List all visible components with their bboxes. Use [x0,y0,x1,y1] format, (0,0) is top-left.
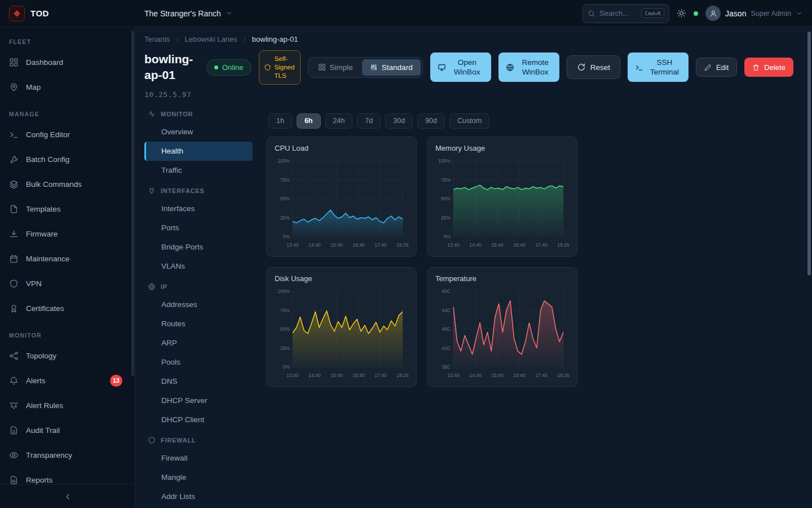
open-winbox-button[interactable]: Open WinBox [430,52,491,82]
chart-title: Memory Usage [435,144,569,152]
device-nav-dns[interactable]: DNS [144,372,253,391]
sidebar-scrollbar[interactable] [131,30,134,376]
theme-toggle-button[interactable] [677,8,686,18]
device-nav-arp[interactable]: ARP [144,334,253,353]
edit-button[interactable]: Edit [696,58,737,77]
delete-button[interactable]: Delete [744,58,793,77]
sidebar-item-bulk-commands[interactable]: Bulk Commands [0,172,135,196]
tenant-selector[interactable]: The Stranger's Ranch [144,9,233,18]
device-nav-health[interactable]: Health [144,142,253,161]
device-nav-addresses[interactable]: Addresses [144,295,253,314]
reset-button[interactable]: Reset [567,55,620,79]
view-mode-simple[interactable]: Simple [310,59,361,76]
view-mode-standard[interactable]: Standard [362,59,421,76]
device-nav-vlans[interactable]: VLANs [144,257,253,276]
time-range-30d[interactable]: 30d [385,113,413,129]
breadcrumb-device-name: bowling-ap-01 [252,35,298,43]
remote-winbox-button[interactable]: Remote WinBox [498,52,559,82]
device-nav-overview[interactable]: Overview [144,122,253,142]
sidebar-section-fleet: FLEET [0,27,135,50]
device-name-wrap: bowling-ap-01 [144,51,199,84]
svg-text:19:25: 19:25 [557,242,570,248]
sidebar-item-templates[interactable]: Templates [0,196,135,221]
search-box[interactable]: Cmd+K [582,4,669,23]
sidebar-item-batch-config[interactable]: Batch Config [0,147,135,172]
document-icon [9,426,19,435]
device-nav-routes[interactable]: Routes [144,314,253,334]
sidebar-item-firmware[interactable]: Firmware [0,221,135,246]
device-nav-bridge-ports[interactable]: Bridge Ports [144,238,253,257]
svg-text:60C: 60C [442,288,451,294]
svg-text:15:40: 15:40 [330,242,343,248]
svg-text:25%: 25% [441,214,451,220]
device-nav-ports[interactable]: Ports [144,218,253,238]
device-nav-traffic[interactable]: Traffic [144,161,253,180]
chevron-down-icon [796,10,803,17]
sidebar-item-maintenance[interactable]: Maintenance [0,246,135,271]
device-nav-interfaces[interactable]: Interfaces [144,199,253,218]
chevron-right-icon [174,36,181,43]
button-label: Open WinBox [451,58,483,77]
button-label: Reset [590,63,610,72]
sidebar-item-config-editor[interactable]: Config Editor [0,122,135,147]
chart-title: Disk Usage [275,274,408,283]
chevron-right-icon [241,36,248,43]
ssh-terminal-button[interactable]: SSH Terminal [628,52,689,82]
view-mode-label: Simple [330,63,353,72]
bell-ring-icon [9,401,19,410]
sidebar-collapse-button[interactable] [0,484,135,508]
device-nav-addr-lists[interactable]: Addr Lists [144,487,253,506]
time-range-6h[interactable]: 6h [297,113,321,129]
svg-text:15:40: 15:40 [491,242,504,248]
sidebar-item-dashboard[interactable]: Dashboard [0,50,135,75]
user-menu[interactable]: Jason Super Admin [705,6,803,21]
sidebar-item-transparency[interactable]: Transparency [0,443,135,467]
sidebar-item-audit-trail[interactable]: Audit Trail [0,418,135,443]
layers-icon [9,179,19,189]
sidebar-item-label: Firmware [26,230,58,238]
time-range-24h[interactable]: 24h [325,113,353,129]
sidebar-item-label: Map [26,83,41,91]
device-nav-dhcp-server[interactable]: DHCP Server [144,391,253,410]
svg-text:16:40: 16:40 [352,242,365,248]
sidebar-item-label: Alerts [26,376,46,385]
monitor-icon [438,63,446,72]
sidebar-item-map[interactable]: Map [0,75,135,99]
device-nav-dhcp-client[interactable]: DHCP Client [144,410,253,430]
device-nav-firewall[interactable]: Firewall [144,449,253,468]
svg-text:50%: 50% [280,196,290,202]
svg-text:13:40: 13:40 [286,373,299,378]
svg-text:75%: 75% [441,177,451,182]
breadcrumb-tenants[interactable]: Tenants [144,35,170,43]
sidebar-item-alerts[interactable]: Alerts13 [0,368,135,393]
search-input[interactable] [599,9,637,17]
status-label: Online [222,63,244,72]
chart-title: CPU Load [275,144,408,152]
time-range-90d[interactable]: 90d [417,113,445,129]
breadcrumb-tenant-name[interactable]: Lebowski Lanes [185,35,237,43]
sidebar-item-topology[interactable]: Topology [0,343,135,368]
search-shortcut: Cmd+K [641,8,664,18]
device-nav-section-interfaces: INTERFACES [144,180,253,199]
svg-text:50%: 50% [280,326,290,332]
time-range-selector: 1h 6h 24h 7d 30d 90d Custom [268,113,577,129]
button-label: Edit [716,63,729,72]
sidebar-item-vpn[interactable]: VPN [0,271,135,296]
sidebar-item-alert-rules[interactable]: Alert Rules [0,393,135,418]
sidebar-item-certificates[interactable]: Certificates [0,296,135,321]
svg-text:15:40: 15:40 [491,373,504,378]
svg-text:17:40: 17:40 [535,373,548,378]
sidebar-section-monitor: MONITOR [0,321,135,343]
eye-icon [9,450,19,460]
time-range-1h[interactable]: 1h [268,113,292,129]
user-name: Jason [725,9,746,18]
device-nav-pools[interactable]: Pools [144,353,253,372]
main-scrollbar[interactable] [807,32,811,275]
calendar-icon [9,254,19,264]
time-range-7d[interactable]: 7d [357,113,381,129]
sidebar-item-label: Maintenance [26,255,69,263]
time-range-custom[interactable]: Custom [449,113,489,129]
svg-text:54C: 54C [442,307,451,313]
shield-icon [9,279,19,288]
device-nav-mangle[interactable]: Mangle [144,468,253,487]
